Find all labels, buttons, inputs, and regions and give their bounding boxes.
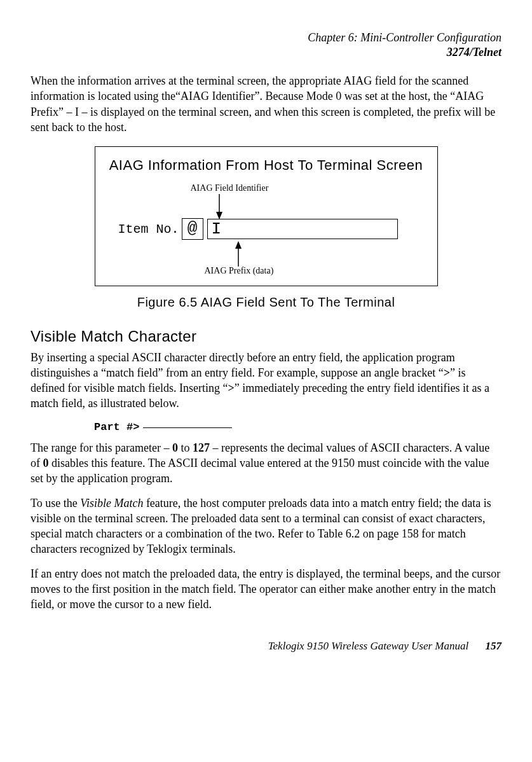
aiag-identifier-box: @ [182,218,203,240]
paragraph-3: The range for this parameter – 0 to 127 … [31,440,501,487]
page-number: 157 [486,640,502,652]
chapter-section: 3274/Telnet [31,45,501,60]
paragraph-4: To use the Visible Match feature, the ho… [31,495,501,557]
section-heading: Visible Match Character [31,326,501,347]
manual-title: Teklogix 9150 Wireless Gateway User Manu… [268,640,469,652]
para2-text-a: By inserting a special ASCII character d… [31,351,455,379]
para4-italic-b: Visible Match [80,497,143,509]
figure-item-row: Item No. @ I [118,218,398,240]
arrow-up-icon [234,241,243,267]
figure-box: AIAG Information From Host To Terminal S… [95,146,438,286]
para3-bold-f: 0 [43,457,49,469]
figure-title: AIAG Information From Host To Terminal S… [102,156,431,175]
example-blank [143,427,232,428]
figure-caption: Figure 6.5 AIAG Field Sent To The Termin… [31,294,501,311]
para2-bold-d: > [228,382,234,394]
para3-text-a: The range for this parameter – [31,441,172,454]
para3-text-c: to [178,441,193,454]
arrow-down-icon [215,194,224,219]
footer: Teklogix 9150 Wireless Gateway User Manu… [31,639,501,654]
example-line: Part #> [94,420,501,435]
paragraph-5: If an entry does not match the preloaded… [31,566,501,613]
para3-bold-b: 0 [172,441,178,454]
figure-top-label: AIAG Field Identifier [191,183,269,195]
aiag-prefix-box: I [207,219,398,239]
para2-bold-b: > [444,366,450,379]
para3-bold-d: 127 [193,441,210,454]
example-label: Part #> [94,421,139,433]
para4-text-a: To use the [31,497,80,509]
para3-text-g: disables this feature. The ASCII decimal… [31,457,489,485]
figure-bottom-label: AIAG Prefix (data) [205,265,274,277]
chapter-title: Chapter 6: Mini-Controller Configuration [31,31,501,45]
paragraph-2: By inserting a special ASCII character d… [31,350,501,412]
item-no-label: Item No. [118,221,179,238]
paragraph-1: When the information arrives at the term… [31,73,501,135]
chapter-header: Chapter 6: Mini-Controller Configuration… [31,31,501,59]
